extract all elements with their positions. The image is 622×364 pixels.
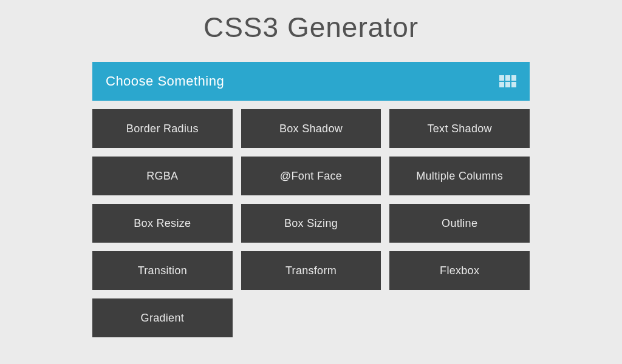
option-rgba[interactable]: RGBA — [92, 157, 233, 195]
option-multiple-columns[interactable]: Multiple Columns — [389, 157, 530, 195]
option-gradient[interactable]: Gradient — [92, 298, 233, 337]
option-label: Border Radius — [126, 123, 199, 135]
option-label: Box Resize — [134, 217, 191, 230]
grid-icon — [499, 75, 516, 87]
option-label: Box Sizing — [284, 217, 338, 230]
option-border-radius[interactable]: Border Radius — [92, 109, 233, 148]
option-text-shadow[interactable]: Text Shadow — [389, 109, 530, 148]
option-outline[interactable]: Outline — [389, 204, 530, 243]
option-label: Gradient — [141, 312, 184, 325]
option-label: Transition — [138, 265, 187, 277]
option-label: Box Shadow — [279, 123, 343, 135]
option-label: Outline — [442, 217, 477, 230]
option-box-sizing[interactable]: Box Sizing — [241, 204, 381, 243]
main-container: CSS3 Generator Choose Something Border R… — [92, 0, 530, 337]
option-flexbox[interactable]: Flexbox — [389, 251, 530, 290]
option-box-resize[interactable]: Box Resize — [92, 204, 233, 243]
option-font-face[interactable]: @Font Face — [241, 157, 381, 195]
option-label: Transform — [285, 265, 337, 277]
option-label: Multiple Columns — [416, 170, 503, 183]
option-label: Flexbox — [440, 265, 479, 277]
options-grid: Border Radius Box Shadow Text Shadow RGB… — [92, 109, 530, 337]
option-transition[interactable]: Transition — [92, 251, 233, 290]
option-transform[interactable]: Transform — [241, 251, 381, 290]
option-box-shadow[interactable]: Box Shadow — [241, 109, 381, 148]
page-title: CSS3 Generator — [92, 11, 530, 44]
option-label: Text Shadow — [427, 123, 491, 135]
option-label: RGBA — [146, 170, 178, 183]
option-label: @Font Face — [280, 170, 342, 183]
selector-bar[interactable]: Choose Something — [92, 62, 530, 101]
selector-label: Choose Something — [106, 73, 224, 89]
